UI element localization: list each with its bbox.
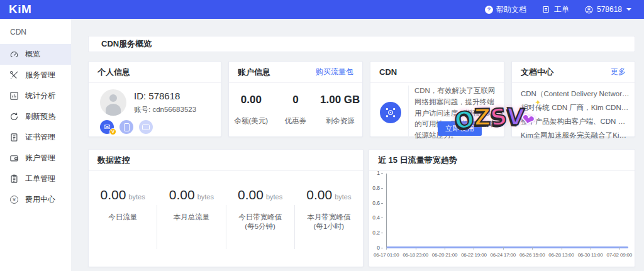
card-header: 数据监控 — [89, 150, 363, 171]
user-id: 578618 — [597, 5, 622, 14]
sidebar-item-overview[interactable]: 概览 — [0, 44, 71, 65]
stat-label: 本月带宽峰值(每1小时) — [295, 213, 363, 231]
x-tick-label: 06-20 21:00 — [432, 252, 458, 258]
idcard-badge[interactable] — [139, 120, 153, 134]
sidebar-item-refresh-prewarm[interactable]: 刷新预热 — [0, 106, 71, 127]
sidebar-item-label: 统计分析 — [25, 91, 55, 101]
stat-balance: 0.00 余额(美元) — [229, 83, 274, 136]
wallet-icon — [9, 153, 19, 163]
stat-label: 余额(美元) — [235, 116, 269, 126]
top-navbar: KiM ? 帮助文档 工单 578618 — [0, 0, 644, 19]
yen-glyph: ¥ — [10, 196, 18, 204]
verified-icon: V — [109, 128, 116, 135]
refresh-icon — [9, 112, 19, 121]
x-tick-label: 06-24 17:00 — [491, 252, 516, 258]
stat-label: 今日带宽峰值(每5分钟) — [226, 213, 294, 231]
y-tick-label: 0.2 — [372, 230, 383, 236]
main-content: CDN服务概览 个人信息 ID: 578618 账号: cdn56683523 … — [71, 19, 644, 271]
series-line-flat — [386, 246, 628, 248]
use-now-button[interactable]: 立即使用 — [438, 121, 482, 136]
sidebar-item-label: 服务管理 — [25, 70, 55, 80]
docs-list: CDN（Content Delivery Network），也即内容分发... … — [521, 87, 630, 142]
monitor-stats: 0.00bytes 今日流量 0.00bytes 本月总流量 0.00bytes… — [89, 171, 363, 267]
page-title: CDN服务概览 — [101, 38, 152, 50]
doc-link[interactable]: 相对传统 CDN 厂商，Kim CDN 服务完全实现全自... — [521, 101, 630, 114]
phone-badge[interactable] — [119, 120, 133, 134]
personal-info-card: 个人信息 ID: 578618 账号: cdn56683523 ✉ V — [88, 61, 221, 137]
sidebar-item-label: 刷新预热 — [25, 111, 55, 122]
card-header: 账户信息 购买流量包 — [229, 62, 362, 83]
help-docs-label: 帮助文档 — [496, 4, 526, 15]
card-title: CDN — [379, 67, 397, 77]
sidebar-item-account-mgmt[interactable]: 账户管理 — [0, 148, 71, 169]
sidebar-item-label: 概览 — [25, 49, 40, 60]
card-title: 数据监控 — [97, 155, 130, 166]
user-icon — [584, 5, 594, 14]
y-axis-ticks: 10.80.60.40.20 — [369, 170, 383, 251]
account-stats: 0.00 余额(美元) 0 优惠券 1.00 GB 剩余资源 — [229, 83, 362, 136]
stat-coupons: 0 优惠券 — [274, 83, 318, 136]
sidebar-item-statistics[interactable]: 统计分析 — [0, 86, 71, 106]
stat-month-peak-bandwidth: 0.00bytes 本月带宽峰值(每1小时) — [295, 187, 363, 267]
sidebar-item-label: 证书管理 — [25, 132, 55, 143]
stat-value: 0.00bytes — [89, 187, 157, 202]
stat-label: 剩余资源 — [326, 116, 355, 126]
verification-badges: ✉ V — [100, 120, 153, 134]
account-info-card: 账户信息 购买流量包 0.00 余额(美元) 0 优惠券 1.00 GB 剩余资… — [228, 61, 363, 137]
user-id-text: ID: 578618 — [134, 91, 180, 101]
stat-label: 优惠券 — [285, 116, 307, 126]
doc-link[interactable]: CDN（Content Delivery Network），也即内容分发... — [521, 87, 630, 101]
user-menu[interactable]: 578618 — [584, 5, 631, 14]
sidebar-item-certificates[interactable]: 证书管理 — [0, 127, 71, 148]
x-tick-label: 06-17 01:00 — [374, 252, 399, 258]
more-link[interactable]: 更多 — [611, 67, 626, 77]
y-tick-label: 0.4 — [372, 215, 383, 221]
stat-today-traffic: 0.00bytes 今日流量 — [89, 187, 157, 267]
stat-value: 0.00bytes — [157, 187, 225, 202]
card-title: 个人信息 — [97, 67, 130, 78]
card-header: 文档中心 更多 — [512, 62, 635, 83]
doc-link[interactable]: 整个产品架构由客户端、CDN 网络、企业源站、... — [521, 114, 630, 128]
buy-traffic-package-link[interactable]: 购买流量包 — [316, 67, 353, 77]
ticket-link[interactable]: 工单 — [541, 4, 569, 15]
data-monitor-card: 数据监控 0.00bytes 今日流量 0.00bytes 本月总流量 0.00… — [88, 149, 364, 267]
idcard-icon — [142, 124, 150, 130]
page-title-bar: CDN服务概览 — [88, 36, 635, 52]
sidebar-item-label: 费用中心 — [25, 194, 55, 205]
stat-unit: bytes — [266, 193, 282, 201]
sidebar-item-cost-center[interactable]: ¥ 费用中心 — [0, 189, 71, 210]
help-docs-link[interactable]: ? 帮助文档 — [485, 4, 526, 15]
brand-logo[interactable]: KiM — [9, 3, 31, 16]
x-tick-label: 06-22 19:00 — [461, 252, 487, 258]
x-tick-label: 06-30 11:00 — [578, 252, 603, 258]
bar-chart-icon — [9, 91, 19, 101]
cdn-network-icon — [380, 102, 401, 123]
sidebar-item-service-mgmt[interactable]: 服务管理 — [0, 65, 71, 86]
stat-value: 0.00bytes — [226, 187, 294, 202]
tools-icon — [9, 70, 19, 80]
sidebar-item-ticket-mgmt[interactable]: 工单管理 — [0, 169, 71, 189]
avatar — [100, 89, 126, 116]
chevron-down-icon — [626, 8, 631, 11]
clipboard-icon — [9, 174, 19, 184]
email-verified-badge[interactable]: ✉ V — [100, 120, 114, 134]
navbar-right: ? 帮助文档 工单 578618 — [485, 4, 631, 15]
x-tick-label: 07-02 09:00 — [606, 252, 632, 258]
stat-label: 本月总流量 — [157, 213, 225, 222]
card-title: 账户信息 — [238, 67, 270, 78]
card-header: 个人信息 — [89, 62, 221, 83]
y-tick-label: 0 — [377, 245, 383, 251]
ticket-label: 工单 — [554, 4, 569, 15]
card-header: 近 15 日流量带宽趋势 — [369, 150, 635, 171]
doc-link[interactable]: Kim全网加速服务完美融合了Kim对象存储和 CDN ... — [521, 128, 630, 142]
stat-unit: bytes — [335, 193, 351, 201]
stat-value: 0.00 — [241, 94, 262, 106]
stat-value: 0.00bytes — [295, 187, 363, 202]
stat-unit: bytes — [128, 193, 145, 201]
stat-unit: bytes — [197, 193, 214, 201]
sidebar-item-label: 工单管理 — [25, 174, 55, 184]
stat-value: 1.00 GB — [320, 94, 360, 106]
cdn-product-card: CDN CDN，有效解决了互联网网络拥塞问题，提升终端用户访问速度，增强网站的可… — [370, 61, 504, 137]
stat-remaining-resources: 1.00 GB 剩余资源 — [318, 83, 362, 136]
x-axis-labels: 06-17 01:0006-18 23:0006-20 21:0006-22 1… — [374, 252, 632, 258]
